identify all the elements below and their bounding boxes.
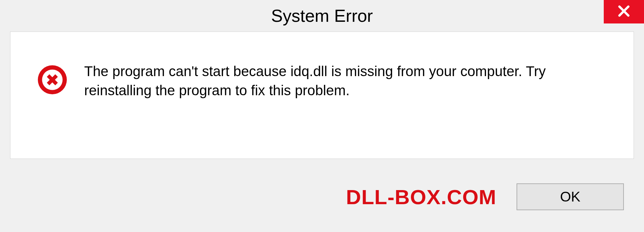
ok-button[interactable]: OK xyxy=(517,183,624,210)
footer: DLL-BOX.COM OK xyxy=(0,172,644,232)
titlebar: System Error xyxy=(0,0,644,32)
close-button[interactable] xyxy=(604,0,644,23)
dialog-title: System Error xyxy=(271,6,373,26)
close-icon xyxy=(617,4,631,19)
error-message: The program can't start because idq.dll … xyxy=(84,62,617,100)
error-icon xyxy=(37,65,67,95)
watermark: DLL-BOX.COM xyxy=(346,185,496,209)
content-area: The program can't start because idq.dll … xyxy=(10,32,634,159)
